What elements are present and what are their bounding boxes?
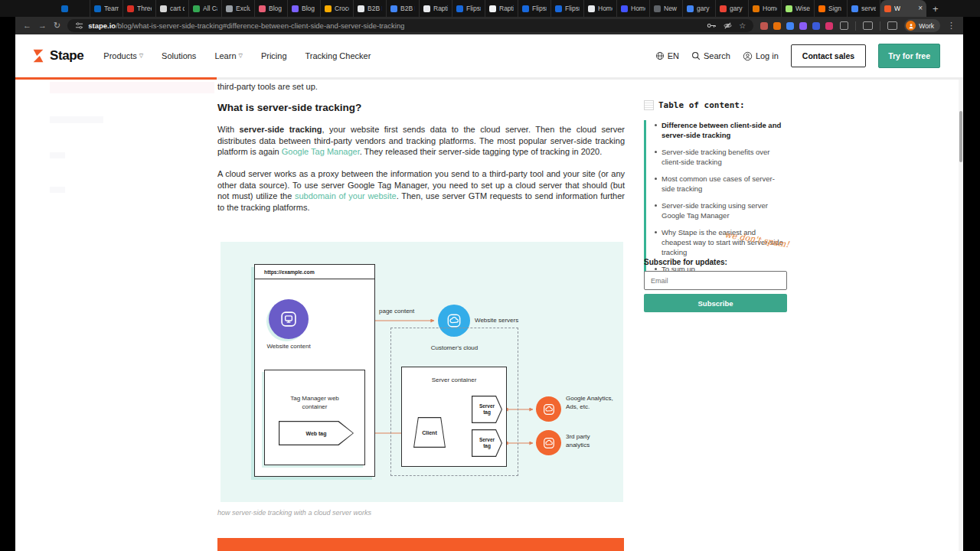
nav-pricing[interactable]: Pricing [261,51,287,60]
extension-icon[interactable] [786,22,794,30]
extensions-puzzle-icon[interactable] [840,21,848,30]
toc-bullet [655,178,657,180]
try-for-free-button[interactable]: Try for free [878,44,940,68]
globe-icon [655,51,665,60]
browser-tab[interactable]: Home × [749,0,782,17]
browser-tab[interactable]: Rapti × [485,0,518,17]
nav-products[interactable]: Products▽ [103,51,143,60]
scrollbar-thumb[interactable] [959,111,962,162]
extension-icon[interactable] [812,22,820,30]
server-container-label: Server container [401,377,507,385]
extensions-row [760,22,833,30]
password-key-icon[interactable] [707,21,717,30]
tab-title: Blog [269,5,282,12]
tab-close-icon[interactable]: × [918,5,923,12]
browser-tab-strip: × Team × Three × cart d × [0,0,980,17]
side-panel-icon[interactable] [887,21,897,30]
website-content-node [269,299,309,339]
cloud-app-icon [542,436,556,450]
tab-favicon [61,5,68,12]
login-button[interactable]: Log in [743,51,779,61]
contact-sales-button[interactable]: Contact sales [791,44,866,67]
tab-favicon [259,5,266,12]
tab-title: Home [763,5,777,12]
devtools-panel-icon[interactable] [863,21,873,30]
browser-tab[interactable]: cart d × [156,0,189,17]
url-path: /blog/what-is-server-side-tracking#diffe… [116,21,404,30]
link-subdomain[interactable]: subdomain of your website [295,191,397,201]
google-analytics-label: Google Analytics, Ads, etc. [566,395,613,411]
browser-tab[interactable]: W × [880,0,926,17]
toc-list-icon [644,100,654,110]
toolbar-divider [880,21,880,31]
browser-tab[interactable]: Three × [123,0,156,17]
eye-off-icon[interactable] [723,21,733,30]
address-bar[interactable]: stape.io/blog/what-is-server-side-tracki… [67,19,753,32]
toc-list: Difference between client-side and serve… [644,120,787,274]
browser-tab[interactable]: B2B L × [387,0,420,17]
nav-tracking-checker[interactable]: Tracking Checker [305,51,371,60]
tab-title: Wise [795,5,810,12]
tab-favicon [390,5,397,12]
browser-tab[interactable]: Blog × [288,0,321,17]
extension-icon[interactable] [773,22,781,30]
extension-icon[interactable] [760,22,768,30]
browser-tab[interactable]: Croco × [321,0,354,17]
monitor-icon [279,309,299,329]
email-input[interactable] [644,271,787,290]
browser-tab[interactable]: Flipsn × [518,0,551,17]
browser-tab[interactable]: gary v × [716,0,749,17]
tab-title: Home [598,5,612,12]
tab-favicon [94,5,101,12]
cloud-app-icon [446,312,462,329]
browser-tab[interactable]: New T × [650,0,683,17]
new-tab-button[interactable]: + [933,3,939,15]
chevron-down-icon: ▽ [139,53,143,59]
browser-tab[interactable]: Blog × [255,0,288,17]
reload-icon[interactable]: ↻ [54,21,60,30]
browser-tab[interactable]: Flipsn × [551,0,584,17]
nav-learn[interactable]: Learn▽ [214,51,243,60]
toc-item[interactable]: Difference between client-side and serve… [654,120,787,140]
cta-banner-top[interactable] [217,538,624,551]
language-switcher[interactable]: EN [655,51,679,60]
browser-tab[interactable]: Exclu × [222,0,255,17]
browser-tab[interactable]: Home × [617,0,650,17]
browser-tab[interactable]: Home × [584,0,617,17]
toc-item[interactable]: Most common use cases of server-side tra… [654,174,787,194]
browser-menu-icon[interactable]: ⋮ [947,21,956,31]
browser-tab[interactable]: Wise × [782,0,815,17]
extension-icon[interactable] [825,22,833,30]
search-button[interactable]: Search [691,51,730,60]
toc-item[interactable]: Server-side tracking using server Google… [654,201,787,220]
browser-tab[interactable]: Flipsn × [452,0,485,17]
site-settings-icon[interactable] [75,21,83,30]
browser-tab[interactable]: Team × [90,0,123,17]
tab-title: Team [104,5,119,12]
browser-tab[interactable]: Rapti × [420,0,452,17]
tab-favicon [786,5,792,12]
link-google-tag-manager[interactable]: Google Tag Manager [282,147,360,156]
bookmark-star-icon[interactable]: ☆ [739,22,746,30]
article-page: third-party tools are set up. What is se… [15,80,963,551]
forward-icon[interactable]: → [38,21,47,30]
browser-tab[interactable]: gary v × [683,0,716,17]
browser-tab[interactable]: All Ca × [189,0,222,17]
subscribe-button[interactable]: Subscribe [644,294,787,312]
browser-tab[interactable]: server × [848,0,880,17]
person-icon [908,23,914,29]
user-icon [743,51,753,61]
server-tag-shape: Server tag [472,396,502,423]
stape-logo[interactable]: Stape [31,47,83,64]
nav-solutions[interactable]: Solutions [162,51,196,60]
browser-tab[interactable]: B2B L × [354,0,387,17]
tab-title: All Ca [203,5,217,12]
google-analytics-node [536,396,561,422]
toc-item[interactable]: Server-side tracking benefits over clien… [654,147,787,167]
browser-tab[interactable]: × [57,0,90,17]
extension-icon[interactable] [799,22,807,30]
browser-tab[interactable]: Sign i × [815,0,848,17]
website-content-label: Website content [263,343,314,351]
profile-chip[interactable]: Work [904,19,940,32]
back-icon[interactable]: ← [23,21,31,30]
